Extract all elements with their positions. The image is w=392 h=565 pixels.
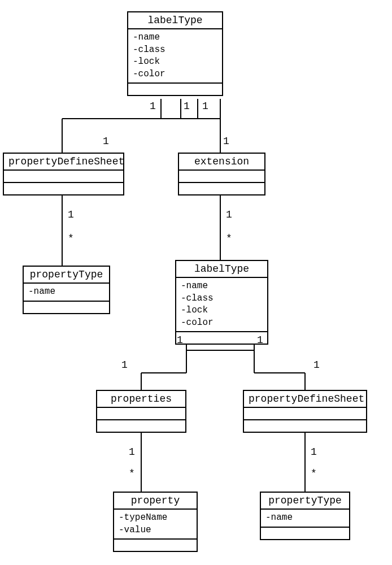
class-title: propertyDefineSheet: [4, 154, 123, 171]
class-labelType-top: labelType -name -class -lock -color: [127, 11, 223, 96]
class-attrs: [179, 171, 264, 183]
class-propertyType-right: propertyType -name: [260, 492, 350, 540]
class-title: properties: [97, 391, 185, 408]
mult-label: 1: [68, 209, 74, 220]
mult-label: 1: [184, 101, 190, 112]
attr: -lock: [133, 56, 217, 68]
mult-label: *: [311, 468, 317, 479]
class-propertyType-left: propertyType -name: [23, 266, 110, 314]
mult-label: 1: [177, 334, 183, 346]
mult-label: *: [226, 233, 232, 244]
class-properties: properties: [96, 390, 186, 433]
mult-label: 1: [129, 446, 135, 458]
class-title: labelType: [176, 261, 267, 278]
class-title: property: [114, 493, 197, 510]
attr: -name: [265, 512, 345, 524]
mult-label: 1: [311, 446, 317, 458]
class-ops: [4, 183, 123, 194]
class-title: propertyDefineSheet: [244, 391, 366, 408]
attr: -value: [119, 524, 192, 537]
attr: -name: [28, 286, 104, 298]
mult-label: 1: [103, 136, 109, 147]
attr: -class: [133, 44, 217, 56]
class-ops: [244, 420, 366, 432]
attr: -color: [181, 317, 263, 329]
mult-label: 1: [202, 101, 208, 112]
attr: -lock: [181, 305, 263, 317]
class-ops: [179, 183, 264, 194]
class-title: propertyType: [261, 493, 349, 510]
class-title: extension: [179, 154, 264, 171]
class-labelType-mid: labelType -name -class -lock -color: [175, 260, 268, 345]
class-ops: [114, 540, 197, 551]
mult-label: 1: [313, 359, 320, 371]
attr: -name: [133, 32, 217, 44]
class-ops: [97, 420, 185, 432]
attr: -class: [181, 293, 263, 305]
class-ops: [24, 302, 109, 313]
mult-label: 1: [257, 334, 263, 346]
class-attrs: [244, 408, 366, 420]
class-attrs: -typeName -value: [114, 510, 197, 540]
mult-label: 1: [121, 359, 128, 371]
class-propertyDefineSheet-bottom: propertyDefineSheet: [243, 390, 367, 433]
class-ops: [128, 84, 222, 95]
attr: -typeName: [119, 512, 192, 524]
attr: -color: [133, 68, 217, 81]
class-title: propertyType: [24, 267, 109, 284]
class-attrs: -name -class -lock -color: [176, 278, 267, 332]
mult-label: 1: [150, 101, 156, 112]
class-attrs: -name: [24, 284, 109, 302]
mult-label: *: [129, 468, 135, 479]
class-attrs: [4, 171, 123, 183]
mult-label: *: [68, 233, 74, 244]
class-title: labelType: [128, 12, 222, 29]
class-propertyDefineSheet-top: propertyDefineSheet: [3, 153, 124, 195]
class-attrs: [97, 408, 185, 420]
class-extension: extension: [178, 153, 265, 195]
class-attrs: -name -class -lock -color: [128, 29, 222, 84]
diagram-canvas: labelType -name -class -lock -color prop…: [0, 0, 392, 565]
class-ops: [261, 528, 349, 539]
attr: -name: [181, 280, 263, 293]
mult-label: 1: [226, 209, 232, 220]
mult-label: 1: [223, 136, 229, 147]
class-property: property -typeName -value: [113, 492, 198, 552]
class-ops: [176, 332, 267, 344]
class-attrs: -name: [261, 510, 349, 528]
